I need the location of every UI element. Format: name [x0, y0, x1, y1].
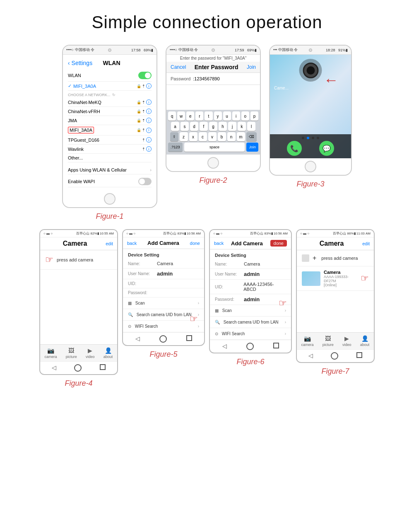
info-icon-6[interactable]: i [146, 137, 152, 143]
key-shift[interactable]: ⇧ [170, 132, 178, 141]
key-u[interactable]: u [223, 111, 231, 121]
key-j[interactable]: j [228, 122, 236, 131]
back-btn-5[interactable]: back [127, 241, 137, 246]
key-v[interactable]: v [208, 132, 217, 141]
key-h[interactable]: h [219, 122, 227, 131]
key-join[interactable]: Join [246, 143, 258, 152]
status-bar-6: ○ ▬ ○ 百早心山 83%▮ 10:56 AM [210, 230, 291, 237]
info-icon-2[interactable]: i [146, 99, 152, 105]
home-button-3[interactable] [305, 161, 316, 172]
key-f[interactable]: f [200, 122, 208, 131]
network-row-6[interactable]: Wavlink ⇡ i [68, 145, 152, 154]
join-button[interactable]: Join [247, 64, 256, 70]
info-icon-1[interactable]: i [146, 83, 152, 89]
key-e[interactable]: e [186, 111, 194, 121]
message-btn[interactable]: 💬 [319, 141, 334, 156]
info-icon-4[interactable]: i [146, 118, 152, 123]
nav-about-4[interactable]: 👤 about [104, 347, 113, 359]
key-o[interactable]: o [241, 111, 249, 121]
key-q[interactable]: q [168, 111, 176, 121]
checkmark: ✓ [68, 83, 72, 89]
dot-4 [317, 137, 319, 139]
back-settings[interactable]: ‹ Settings [68, 60, 92, 66]
key-numbers[interactable]: .?123 [168, 143, 183, 152]
info-icon-7[interactable]: i [146, 146, 152, 152]
network-row-other[interactable]: Other... [68, 154, 152, 162]
key-s[interactable]: s [181, 122, 189, 131]
network-row-1[interactable]: ChinaNet-MeKQ 🔒 ⇡ i [68, 98, 152, 107]
key-g[interactable]: g [209, 122, 217, 131]
network-row-5[interactable]: TPGuest_D166 ⇡ i [68, 135, 152, 145]
wifi-search-action-6[interactable]: ⊙ WIFI Search › [210, 328, 291, 340]
apps-using-row[interactable]: Apps Using WLAN & Cellular › [68, 166, 152, 174]
nav-picture-7[interactable]: 🖼 picture [323, 335, 334, 347]
nav-picture-4[interactable]: 🖼 picture [66, 347, 77, 359]
key-r[interactable]: r [195, 111, 203, 121]
back-nav-6[interactable]: ◁ [222, 343, 227, 350]
home-button-2[interactable] [207, 157, 219, 169]
recents-nav-5[interactable] [186, 335, 192, 341]
content-7: + press add camera Camera AAAA-199333-DF… [297, 250, 374, 332]
key-b[interactable]: b [218, 132, 226, 141]
nav-camera-4[interactable]: 📷 camera [45, 347, 57, 359]
key-i[interactable]: i [232, 111, 240, 121]
nav-about-7[interactable]: 👤 about [360, 335, 370, 347]
key-delete[interactable]: ⌫ [246, 132, 257, 141]
recents-nav-7[interactable] [356, 352, 362, 358]
phone-call-btn[interactable]: 📞 [287, 141, 302, 156]
nav-video-4[interactable]: ▶ video [86, 347, 95, 359]
key-t[interactable]: t [205, 111, 212, 121]
phone-2: ••••○ 中国移动 令 17:59 69%▮ Enter the passwo… [166, 45, 261, 172]
edit-button-7[interactable]: edit [362, 241, 370, 246]
key-a[interactable]: a [171, 122, 179, 131]
plus-icon-7: + [313, 254, 316, 262]
key-d[interactable]: d [190, 122, 198, 131]
recents-nav-6[interactable] [273, 343, 279, 348]
key-w[interactable]: w [177, 111, 185, 121]
camera-list-item-7[interactable]: Camera AAAA-199333-DF27M [Online] ☞ [297, 266, 374, 291]
key-m[interactable]: m [237, 132, 245, 141]
search-uid-action-5[interactable]: 🔍 Search camera UID from LAN › ☞ [123, 309, 204, 321]
network-row-4[interactable]: MIFI_3A0A 🔒 ⇡ i [68, 125, 152, 135]
done-btn-6[interactable]: done [270, 240, 287, 247]
info-icon-5[interactable]: i [146, 128, 152, 133]
home-nav-7[interactable] [331, 352, 338, 360]
back-nav-4[interactable]: ◁ [52, 364, 56, 372]
network-name-6: Wavlink [68, 147, 84, 152]
scan-action-5[interactable]: ▦ Scan › [123, 297, 204, 309]
wlan-toggle[interactable] [138, 72, 152, 79]
done-btn-5[interactable]: done [190, 241, 200, 246]
edit-button-4[interactable]: edit [106, 241, 113, 246]
wapi-toggle[interactable] [138, 178, 152, 185]
home-nav-6[interactable] [246, 343, 254, 350]
key-space[interactable]: space [184, 143, 245, 152]
search-uid-action-6[interactable]: 🔍 Search camera UID from LAN › [210, 317, 291, 328]
phone-6: ○ ▬ ○ 百早心山 83%▮ 10:56 AM back Add Camera… [209, 229, 292, 353]
figure-7-label: Figure-7 [321, 367, 349, 376]
back-nav-7[interactable]: ◁ [308, 352, 313, 360]
back-nav-5[interactable]: ◁ [135, 335, 140, 343]
key-k[interactable]: k [238, 122, 246, 131]
content-4: ☞ press add camera [40, 250, 117, 344]
video-icon-4: ▶ [88, 347, 92, 354]
recents-nav-4[interactable] [100, 364, 106, 370]
key-n[interactable]: n [227, 132, 236, 141]
cancel-button[interactable]: Cancel [171, 64, 186, 70]
network-row-3[interactable]: JMA 🔒 ⇡ i [68, 116, 152, 125]
key-l[interactable]: l [247, 122, 255, 131]
home-button-1[interactable] [104, 193, 116, 205]
home-nav-5[interactable] [159, 335, 167, 343]
nav-camera-7[interactable]: 📷 camera [301, 335, 314, 347]
nav-video-7[interactable]: ▶ video [342, 335, 351, 347]
key-p[interactable]: p [250, 111, 258, 121]
network-row-2[interactable]: ChinaNet-vFRH 🔒 ⇡ i [68, 107, 152, 116]
key-c[interactable]: c [199, 132, 207, 141]
camera-lens-inner [306, 66, 315, 75]
camera-icon-7: 📷 [304, 335, 311, 342]
back-btn-6[interactable]: back [214, 241, 224, 246]
key-x[interactable]: x [189, 132, 197, 141]
info-icon-3[interactable]: i [146, 109, 152, 114]
key-z[interactable]: z [180, 132, 188, 141]
home-nav-4[interactable] [74, 364, 82, 372]
key-y[interactable]: y [214, 111, 222, 121]
